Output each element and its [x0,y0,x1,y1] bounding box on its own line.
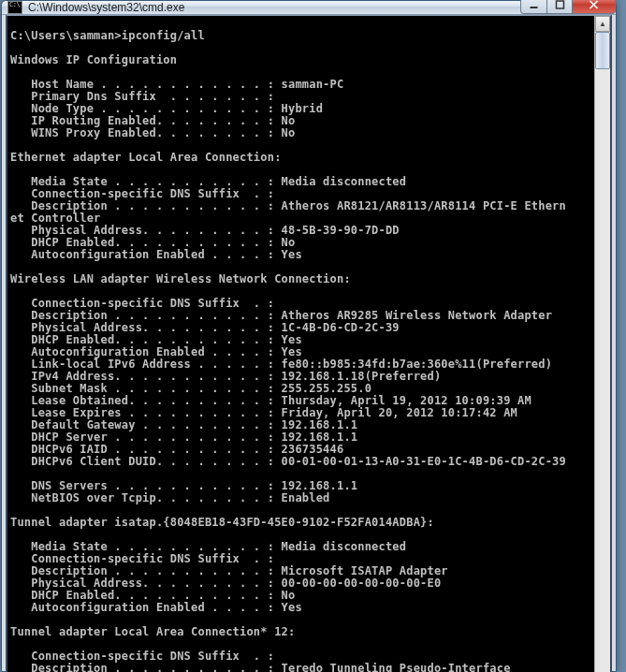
chevron-up-icon: ▲ [599,20,606,28]
host-name-label: Host Name . . . . . . . . . . . . : [10,78,282,91]
tun1-phys-label: Physical Address. . . . . . . . . : [10,577,282,590]
eth-dhcp-label: DHCP Enabled. . . . . . . . . . . : [10,236,282,249]
wlan-subnet: 255.255.255.0 [282,382,372,395]
scrollbar: ▲ ▼ [594,16,610,672]
wlan-dhcpsrv-label: DHCP Server . . . . . . . . . . . : [10,431,282,444]
wlan-lease-exp: Friday, April 20, 2012 10:17:42 AM [282,406,517,419]
wins-proxy: No [282,126,296,139]
wlan-autoconf-label: Autoconfiguration Enabled . . . . : [10,345,282,358]
tun1-dns-suffix: Connection-specific DNS Suffix . : [10,552,274,565]
node-type-label: Node Type . . . . . . . . . . . . : [10,102,282,115]
wlan-ipv4-label: IPv4 Address. . . . . . . . . . . : [10,370,282,383]
tun1-phys: 00-00-00-00-00-00-00-E0 [282,577,442,590]
wlan-desc-label: Description . . . . . . . . . . . : [10,309,282,322]
wlan-iaid: 236735446 [282,443,344,456]
tun1-dhcp-label: DHCP Enabled. . . . . . . . . . . : [10,589,282,602]
maximize-button[interactable] [546,0,573,14]
minimize-icon [529,0,539,9]
wlan-dhcp: Yes [282,333,302,346]
eth-media-state: Media disconnected [282,175,407,188]
wlan-dns-label: DNS Servers . . . . . . . . . . . : [10,479,282,492]
tun1-media-state: Media disconnected [282,540,407,553]
eth-desc-label: Description . . . . . . . . . . . : [10,199,282,212]
window-controls [520,0,616,14]
tun2-dns-suffix: Connection-specific DNS Suffix . : [10,650,274,663]
maximize-icon [555,0,565,9]
ip-routing: No [282,114,296,127]
ip-routing-label: IP Routing Enabled. . . . . . . . : [10,114,282,127]
node-type: Hybrid [282,102,324,115]
scroll-up-button[interactable]: ▲ [595,16,610,32]
wins-proxy-label: WINS Proxy Enabled. . . . . . . . : [10,126,282,139]
close-icon [589,0,599,9]
wlan-duid: 00-01-00-01-13-A0-31-E0-1C-4B-D6-CD-2C-3… [282,455,566,468]
eth-title: Ethernet adapter Local Area Connection: [10,151,282,164]
wlan-title: Wireless LAN adapter Wireless Network Co… [10,272,351,285]
wlan-desc: Atheros AR9285 Wireless Network Adapter [282,309,553,322]
minimize-button[interactable] [520,0,546,14]
eth-dns-suffix: Connection-specific DNS Suffix . : [10,187,274,200]
close-button[interactable] [573,0,616,14]
wlan-lease-obt-label: Lease Obtained. . . . . . . . . . : [10,394,282,407]
wlan-dns-suffix: Connection-specific DNS Suffix . : [10,297,274,310]
tun1-autoconf: Yes [282,601,302,614]
wlan-iaid-label: DHCPv6 IAID . . . . . . . . . . . : [10,443,282,456]
svg-rect-0 [531,7,538,8]
cmd-icon [7,1,22,14]
wlan-dhcp-label: DHCP Enabled. . . . . . . . . . . : [10,333,282,346]
svg-rect-1 [556,1,563,8]
wlan-lease-exp-label: Lease Expires . . . . . . . . . . : [10,406,282,419]
cmd-window: C:\Windows\system32\cmd.exe C:\Users\sam… [1,0,617,672]
titlebar[interactable]: C:\Windows\system32\cmd.exe [2,1,616,15]
wlan-lease-obt: Thursday, April 19, 2012 10:09:39 AM [282,394,531,407]
wlan-autoconf: Yes [282,345,302,358]
eth-phys: 48-5B-39-90-7D-DD [282,224,400,237]
scrollbar-thumb[interactable] [595,32,610,69]
wlan-gateway: 192.168.1.1 [282,418,358,431]
eth-desc: Atheros AR8121/AR8113/AR8114 PCI-E Ether… [282,199,566,212]
wlan-duid-label: DHCPv6 Client DUID. . . . . . . . : [10,455,282,468]
ipconfig-header: Windows IP Configuration [10,53,177,66]
terminal-output[interactable]: C:\Users\samman>ipconfig/all Windows IP … [7,16,594,672]
content-area: C:\Users\samman>ipconfig/all Windows IP … [6,15,612,672]
tun1-dhcp: No [282,589,296,602]
tun2-desc-label: Description . . . . . . . . . . . : [10,662,282,672]
wlan-phys: 1C-4B-D6-CD-2C-39 [282,321,400,334]
primary-dns-suffix: Primary Dns Suffix . . . . . . . : [10,90,274,103]
wlan-phys-label: Physical Address. . . . . . . . . : [10,321,282,334]
prompt-command: ipconfig/all [122,29,205,42]
wlan-ipv4: 192.168.1.18(Preferred) [282,370,442,383]
tun1-desc: Microsoft ISATAP Adapter [282,564,448,577]
tun1-desc-label: Description . . . . . . . . . . . : [10,564,282,577]
eth-autoconf-label: Autoconfiguration Enabled . . . . : [10,248,282,261]
wlan-dhcpsrv: 192.168.1.1 [282,431,358,444]
tun2-desc: Teredo Tunneling Pseudo-Interface [282,662,511,672]
wlan-subnet-label: Subnet Mask . . . . . . . . . . . : [10,382,282,395]
tun1-title: Tunnel adapter isatap.{8048EB18-43FD-45E… [10,516,434,529]
wlan-dns: 192.168.1.1 [282,479,358,492]
wlan-netbios: Enabled [282,491,330,504]
tun2-title: Tunnel adapter Local Area Connection* 12… [10,625,295,638]
window-title: C:\Windows\system32\cmd.exe [28,1,520,14]
eth-phys-label: Physical Address. . . . . . . . . : [10,224,282,237]
eth-dhcp: No [282,236,296,249]
wlan-llipv6-label: Link-local IPv6 Address . . . . . : [10,358,282,371]
tun1-media-state-label: Media State . . . . . . . . . . . : [10,540,282,553]
wlan-netbios-label: NetBIOS over Tcpip. . . . . . . . : [10,491,282,504]
wlan-llipv6: fe80::b985:34fd:b7ae:360e%11(Preferred) [282,358,553,371]
prompt-path: C:\Users\samman> [10,29,122,42]
host-name: samman-PC [282,78,344,91]
eth-autoconf: Yes [282,248,302,261]
tun1-autoconf-label: Autoconfiguration Enabled . . . . : [10,601,282,614]
wlan-gateway-label: Default Gateway . . . . . . . . . : [10,418,282,431]
eth-desc-wrap: et Controller [10,212,101,225]
scrollbar-track[interactable] [595,32,610,672]
eth-media-state-label: Media State . . . . . . . . . . . : [10,175,282,188]
